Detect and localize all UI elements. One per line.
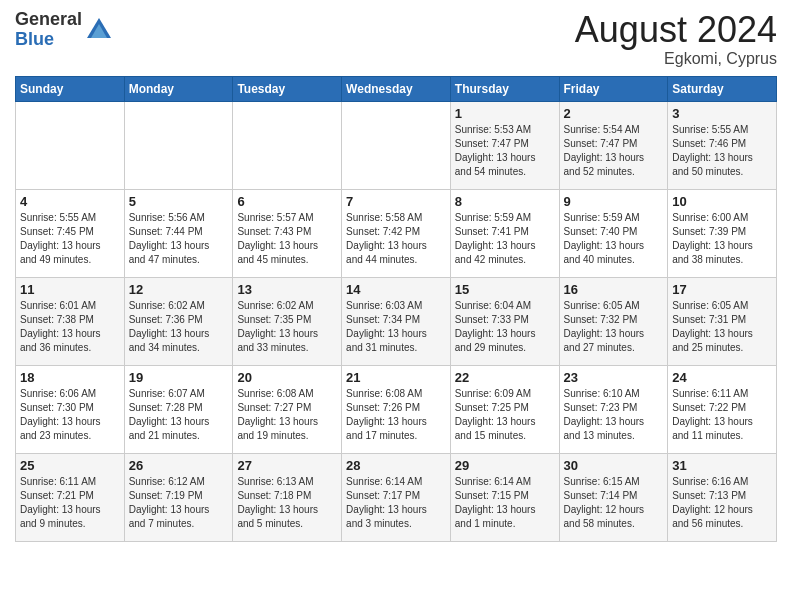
day-detail: Sunrise: 6:14 AM Sunset: 7:17 PM Dayligh… (346, 475, 446, 531)
table-row: 20Sunrise: 6:08 AM Sunset: 7:27 PM Dayli… (233, 365, 342, 453)
day-number: 27 (237, 458, 337, 473)
day-number: 28 (346, 458, 446, 473)
table-row: 19Sunrise: 6:07 AM Sunset: 7:28 PM Dayli… (124, 365, 233, 453)
day-detail: Sunrise: 6:06 AM Sunset: 7:30 PM Dayligh… (20, 387, 120, 443)
day-detail: Sunrise: 6:01 AM Sunset: 7:38 PM Dayligh… (20, 299, 120, 355)
day-number: 29 (455, 458, 555, 473)
day-number: 24 (672, 370, 772, 385)
day-detail: Sunrise: 5:55 AM Sunset: 7:45 PM Dayligh… (20, 211, 120, 267)
day-detail: Sunrise: 6:02 AM Sunset: 7:35 PM Dayligh… (237, 299, 337, 355)
day-number: 1 (455, 106, 555, 121)
day-detail: Sunrise: 6:08 AM Sunset: 7:27 PM Dayligh… (237, 387, 337, 443)
logo-icon (85, 16, 113, 44)
header-tuesday: Tuesday (233, 76, 342, 101)
calendar-week-3: 11Sunrise: 6:01 AM Sunset: 7:38 PM Dayli… (16, 277, 777, 365)
table-row: 10Sunrise: 6:00 AM Sunset: 7:39 PM Dayli… (668, 189, 777, 277)
logo: General Blue (15, 10, 113, 50)
day-detail: Sunrise: 6:12 AM Sunset: 7:19 PM Dayligh… (129, 475, 229, 531)
day-number: 3 (672, 106, 772, 121)
table-row: 22Sunrise: 6:09 AM Sunset: 7:25 PM Dayli… (450, 365, 559, 453)
table-row (16, 101, 125, 189)
table-row: 24Sunrise: 6:11 AM Sunset: 7:22 PM Dayli… (668, 365, 777, 453)
day-number: 18 (20, 370, 120, 385)
table-row: 11Sunrise: 6:01 AM Sunset: 7:38 PM Dayli… (16, 277, 125, 365)
table-row: 14Sunrise: 6:03 AM Sunset: 7:34 PM Dayli… (342, 277, 451, 365)
day-number: 31 (672, 458, 772, 473)
table-row: 21Sunrise: 6:08 AM Sunset: 7:26 PM Dayli… (342, 365, 451, 453)
day-detail: Sunrise: 6:11 AM Sunset: 7:21 PM Dayligh… (20, 475, 120, 531)
day-number: 7 (346, 194, 446, 209)
header-thursday: Thursday (450, 76, 559, 101)
day-detail: Sunrise: 6:05 AM Sunset: 7:31 PM Dayligh… (672, 299, 772, 355)
day-detail: Sunrise: 6:09 AM Sunset: 7:25 PM Dayligh… (455, 387, 555, 443)
day-detail: Sunrise: 5:54 AM Sunset: 7:47 PM Dayligh… (564, 123, 664, 179)
location-subtitle: Egkomi, Cyprus (575, 50, 777, 68)
day-number: 30 (564, 458, 664, 473)
day-number: 17 (672, 282, 772, 297)
calendar-week-4: 18Sunrise: 6:06 AM Sunset: 7:30 PM Dayli… (16, 365, 777, 453)
day-number: 25 (20, 458, 120, 473)
day-number: 5 (129, 194, 229, 209)
calendar-table: Sunday Monday Tuesday Wednesday Thursday… (15, 76, 777, 542)
day-detail: Sunrise: 5:56 AM Sunset: 7:44 PM Dayligh… (129, 211, 229, 267)
month-year-title: August 2024 (575, 10, 777, 50)
table-row: 27Sunrise: 6:13 AM Sunset: 7:18 PM Dayli… (233, 453, 342, 541)
table-row: 2Sunrise: 5:54 AM Sunset: 7:47 PM Daylig… (559, 101, 668, 189)
day-number: 19 (129, 370, 229, 385)
day-detail: Sunrise: 5:58 AM Sunset: 7:42 PM Dayligh… (346, 211, 446, 267)
day-detail: Sunrise: 5:57 AM Sunset: 7:43 PM Dayligh… (237, 211, 337, 267)
logo-blue-text: Blue (15, 30, 82, 50)
header: General Blue August 2024 Egkomi, Cyprus (15, 10, 777, 68)
table-row: 31Sunrise: 6:16 AM Sunset: 7:13 PM Dayli… (668, 453, 777, 541)
calendar-week-2: 4Sunrise: 5:55 AM Sunset: 7:45 PM Daylig… (16, 189, 777, 277)
table-row: 16Sunrise: 6:05 AM Sunset: 7:32 PM Dayli… (559, 277, 668, 365)
day-number: 2 (564, 106, 664, 121)
table-row: 28Sunrise: 6:14 AM Sunset: 7:17 PM Dayli… (342, 453, 451, 541)
table-row: 9Sunrise: 5:59 AM Sunset: 7:40 PM Daylig… (559, 189, 668, 277)
day-detail: Sunrise: 6:02 AM Sunset: 7:36 PM Dayligh… (129, 299, 229, 355)
day-detail: Sunrise: 5:55 AM Sunset: 7:46 PM Dayligh… (672, 123, 772, 179)
table-row (233, 101, 342, 189)
header-friday: Friday (559, 76, 668, 101)
table-row: 4Sunrise: 5:55 AM Sunset: 7:45 PM Daylig… (16, 189, 125, 277)
day-number: 16 (564, 282, 664, 297)
table-row: 12Sunrise: 6:02 AM Sunset: 7:36 PM Dayli… (124, 277, 233, 365)
header-wednesday: Wednesday (342, 76, 451, 101)
day-number: 15 (455, 282, 555, 297)
day-detail: Sunrise: 6:00 AM Sunset: 7:39 PM Dayligh… (672, 211, 772, 267)
table-row: 3Sunrise: 5:55 AM Sunset: 7:46 PM Daylig… (668, 101, 777, 189)
table-row: 23Sunrise: 6:10 AM Sunset: 7:23 PM Dayli… (559, 365, 668, 453)
day-number: 6 (237, 194, 337, 209)
day-detail: Sunrise: 6:15 AM Sunset: 7:14 PM Dayligh… (564, 475, 664, 531)
table-row: 1Sunrise: 5:53 AM Sunset: 7:47 PM Daylig… (450, 101, 559, 189)
calendar-week-5: 25Sunrise: 6:11 AM Sunset: 7:21 PM Dayli… (16, 453, 777, 541)
calendar-week-1: 1Sunrise: 5:53 AM Sunset: 7:47 PM Daylig… (16, 101, 777, 189)
day-number: 13 (237, 282, 337, 297)
day-detail: Sunrise: 6:04 AM Sunset: 7:33 PM Dayligh… (455, 299, 555, 355)
logo-general-text: General (15, 10, 82, 30)
header-sunday: Sunday (16, 76, 125, 101)
day-detail: Sunrise: 6:07 AM Sunset: 7:28 PM Dayligh… (129, 387, 229, 443)
day-number: 22 (455, 370, 555, 385)
title-area: August 2024 Egkomi, Cyprus (575, 10, 777, 68)
day-detail: Sunrise: 6:11 AM Sunset: 7:22 PM Dayligh… (672, 387, 772, 443)
day-detail: Sunrise: 5:59 AM Sunset: 7:40 PM Dayligh… (564, 211, 664, 267)
table-row: 30Sunrise: 6:15 AM Sunset: 7:14 PM Dayli… (559, 453, 668, 541)
day-number: 9 (564, 194, 664, 209)
table-row: 17Sunrise: 6:05 AM Sunset: 7:31 PM Dayli… (668, 277, 777, 365)
day-number: 8 (455, 194, 555, 209)
day-detail: Sunrise: 6:13 AM Sunset: 7:18 PM Dayligh… (237, 475, 337, 531)
day-detail: Sunrise: 6:05 AM Sunset: 7:32 PM Dayligh… (564, 299, 664, 355)
header-monday: Monday (124, 76, 233, 101)
header-saturday: Saturday (668, 76, 777, 101)
day-detail: Sunrise: 6:03 AM Sunset: 7:34 PM Dayligh… (346, 299, 446, 355)
table-row: 6Sunrise: 5:57 AM Sunset: 7:43 PM Daylig… (233, 189, 342, 277)
day-number: 11 (20, 282, 120, 297)
day-number: 23 (564, 370, 664, 385)
day-detail: Sunrise: 6:16 AM Sunset: 7:13 PM Dayligh… (672, 475, 772, 531)
table-row: 25Sunrise: 6:11 AM Sunset: 7:21 PM Dayli… (16, 453, 125, 541)
day-detail: Sunrise: 5:59 AM Sunset: 7:41 PM Dayligh… (455, 211, 555, 267)
day-number: 20 (237, 370, 337, 385)
table-row: 7Sunrise: 5:58 AM Sunset: 7:42 PM Daylig… (342, 189, 451, 277)
table-row: 18Sunrise: 6:06 AM Sunset: 7:30 PM Dayli… (16, 365, 125, 453)
